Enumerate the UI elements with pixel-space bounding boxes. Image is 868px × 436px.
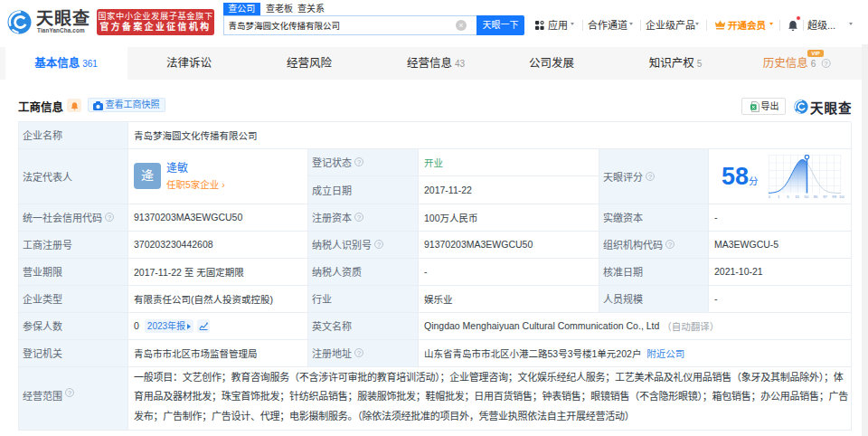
svg-text:99: 99 <box>832 194 836 198</box>
svg-text:5: 5 <box>787 194 789 198</box>
svg-text:100: 100 <box>839 194 844 198</box>
svg-text:97: 97 <box>823 194 827 198</box>
svg-text:15: 15 <box>795 194 799 198</box>
svg-text:0: 0 <box>769 194 771 198</box>
svg-text:85: 85 <box>814 194 818 198</box>
svg-text:1: 1 <box>778 194 780 198</box>
svg-text:50: 50 <box>805 194 809 198</box>
